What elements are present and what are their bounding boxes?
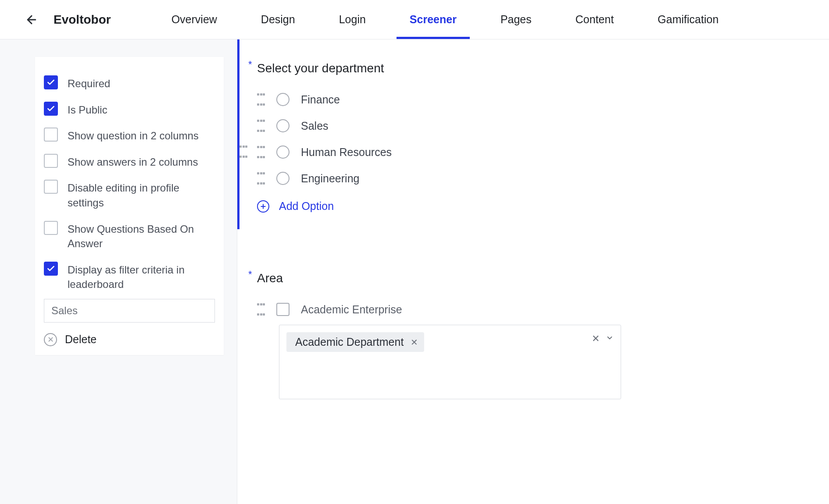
add-option-button[interactable]: Add Option	[257, 200, 811, 213]
tab-pages[interactable]: Pages	[479, 0, 554, 39]
radio-input[interactable]	[276, 172, 289, 185]
area-tag-select[interactable]: Academic Department ✕ ✕	[279, 325, 621, 399]
tag-label: Academic Department	[295, 336, 404, 348]
setting-answers-2col: Show answers in 2 columns	[44, 149, 215, 175]
sidebar-column: Required Is Public Show question in 2 co…	[0, 39, 237, 504]
checkbox-conditional[interactable]	[44, 221, 58, 235]
question-settings-panel: Required Is Public Show question in 2 co…	[35, 57, 224, 355]
label-question-2col: Show question in 2 columns	[68, 128, 199, 143]
option-label[interactable]: Finance	[301, 93, 340, 106]
label-is-public: Is Public	[68, 102, 107, 117]
area-option-row: Academic Enterprise	[257, 303, 811, 316]
setting-disable-editing: Disable editing in profile settings	[44, 174, 215, 215]
checkbox-disable-editing[interactable]	[44, 180, 58, 194]
label-required: Required	[68, 75, 110, 91]
app-title: Evoltobor	[54, 13, 111, 27]
back-button[interactable]	[22, 10, 41, 29]
plus-circle-icon	[257, 200, 269, 213]
checkbox-answers-2col[interactable]	[44, 154, 58, 168]
question-title[interactable]: Select your department	[257, 61, 811, 75]
tag-remove-icon[interactable]: ✕	[411, 338, 418, 347]
tag-chip: Academic Department ✕	[286, 332, 424, 352]
option-list: Finance Sales Human Resources Engineerin…	[257, 93, 811, 185]
tab-content[interactable]: Content	[554, 0, 636, 39]
add-option-label: Add Option	[279, 200, 334, 213]
tab-gamification[interactable]: Gamification	[636, 0, 740, 39]
checkbox-filter-criteria[interactable]	[44, 262, 58, 276]
option-label[interactable]: Human Resources	[301, 146, 392, 159]
label-answers-2col: Show answers in 2 columns	[68, 154, 198, 170]
setting-question-2col: Show question in 2 columns	[44, 122, 215, 149]
close-circle-icon: ✕	[44, 333, 57, 346]
drag-handle-icon[interactable]	[257, 146, 265, 158]
area-option-label[interactable]: Academic Enterprise	[301, 303, 402, 316]
option-row: Engineering	[257, 172, 811, 185]
question-department: Select your department Finance Sales Hum…	[237, 39, 811, 229]
check-icon	[46, 104, 55, 113]
check-icon	[46, 264, 55, 273]
label-disable-editing: Disable editing in profile settings	[68, 180, 215, 210]
drag-handle-icon[interactable]	[257, 172, 265, 185]
option-label[interactable]: Sales	[301, 120, 329, 132]
main-editor: Select your department Finance Sales Hum…	[237, 39, 829, 504]
setting-required: Required	[44, 70, 215, 96]
app-header: Evoltobor Overview Design Login Screener…	[0, 0, 829, 39]
radio-input[interactable]	[276, 93, 289, 106]
label-filter-criteria: Display as filter criteria in leaderboar…	[68, 262, 215, 292]
tab-design[interactable]: Design	[239, 0, 317, 39]
question-title[interactable]: Area	[257, 271, 811, 285]
clear-all-icon[interactable]: ✕	[592, 333, 600, 344]
radio-input[interactable]	[276, 146, 289, 159]
option-row: Finance	[257, 93, 811, 106]
select-controls: ✕	[592, 333, 614, 344]
setting-is-public: Is Public	[44, 96, 215, 123]
tab-overview[interactable]: Overview	[150, 0, 239, 39]
radio-input[interactable]	[276, 119, 289, 132]
drag-handle-icon[interactable]	[257, 303, 265, 316]
drag-handle-icon[interactable]	[257, 120, 265, 132]
tab-login[interactable]: Login	[317, 0, 388, 39]
filter-criteria-input[interactable]	[44, 299, 215, 323]
option-row: Sales	[257, 119, 811, 132]
checkbox-question-2col[interactable]	[44, 128, 58, 142]
option-row: Human Resources	[257, 146, 811, 159]
delete-label: Delete	[65, 333, 96, 346]
setting-filter-criteria: Display as filter criteria in leaderboar…	[44, 256, 215, 297]
setting-conditional: Show Questions Based On Answer	[44, 216, 215, 256]
check-icon	[46, 78, 55, 87]
tab-screener[interactable]: Screener	[388, 0, 479, 39]
drag-handle-icon[interactable]	[257, 93, 265, 106]
checkbox-is-public[interactable]	[44, 102, 58, 116]
drag-handle-icon[interactable]	[239, 146, 247, 158]
checkbox-area-option[interactable]	[276, 303, 289, 316]
checkbox-required[interactable]	[44, 75, 58, 89]
arrow-left-icon	[25, 13, 38, 26]
delete-button[interactable]: ✕ Delete	[44, 323, 215, 346]
option-label[interactable]: Engineering	[301, 172, 359, 185]
tab-bar: Overview Design Login Screener Pages Con…	[150, 0, 807, 39]
label-conditional: Show Questions Based On Answer	[68, 221, 215, 251]
chevron-down-icon[interactable]	[606, 333, 614, 344]
question-area: Area Academic Enterprise Academic Depart…	[237, 249, 811, 416]
